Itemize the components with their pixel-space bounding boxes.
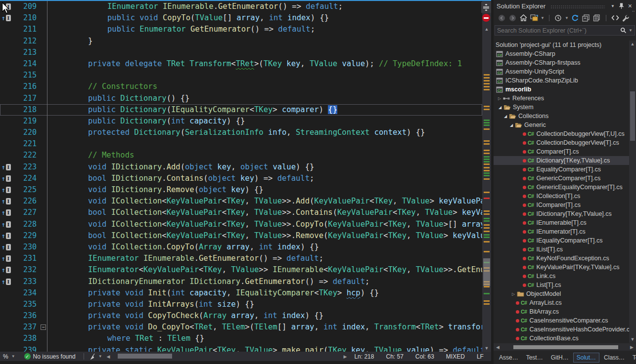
code-text[interactable]: bool IDictionary.Contains(object key) =>… — [49, 173, 482, 184]
pending-changes-filter-icon[interactable] — [553, 13, 563, 23]
code-editor[interactable]: ↑I209IEnumerator IEnumerable.GetEnumerat… — [0, 0, 491, 352]
code-line[interactable]: ↑I227bool ICollection<KeyValuePair<TKey,… — [0, 207, 482, 218]
code-line[interactable]: 212} — [0, 36, 482, 47]
scroll-right-icon[interactable]: ▶ — [342, 354, 349, 359]
line-number[interactable]: 239 — [14, 345, 37, 352]
tree-vertical-scrollbar[interactable]: ▲ ▼ — [629, 40, 636, 343]
code-line[interactable]: 235private void InitArrays(int size) {} — [0, 299, 482, 310]
scroll-left-icon[interactable]: ◀ — [495, 345, 501, 350]
tree-item-genericequalitycomparer-t-cs[interactable]: C#GenericEqualityComparer[T].cs — [494, 183, 629, 192]
code-text[interactable]: private void Init(int capacity, IEqualit… — [49, 287, 482, 299]
code-text[interactable] — [49, 138, 482, 150]
tree-item-assembly-csharp[interactable]: C#Assembly-CSharp — [494, 49, 629, 58]
code-line[interactable]: ↑I228void ICollection<KeyValuePair<TKey,… — [0, 219, 482, 230]
code-text[interactable]: } — [49, 36, 482, 47]
line-number[interactable]: 213 — [14, 47, 37, 58]
code-line[interactable]: 215 — [0, 70, 482, 81]
code-text[interactable]: public Dictionary() {} — [49, 93, 482, 104]
line-number[interactable]: 231 — [14, 253, 37, 264]
tree-item-system[interactable]: ◢System — [494, 103, 629, 112]
tree-item-assembly-csharp-firstpass[interactable]: C#Assembly-CSharp-firstpass — [494, 58, 629, 67]
code-text[interactable] — [49, 70, 482, 81]
tree-item-references[interactable]: ▷References — [494, 94, 629, 103]
code-text[interactable]: private static KeyValuePair<TKey, TValue… — [49, 345, 482, 352]
tree-horizontal-scrollbar[interactable]: ◀ ▶ — [494, 343, 636, 351]
line-number[interactable]: 214 — [14, 58, 37, 70]
implements-glyph-icon[interactable]: ↑I — [0, 184, 14, 196]
tree-item-keynotfoundexception-cs[interactable]: C#KeyNotFoundException.cs — [494, 254, 629, 263]
fold-collapse-icon[interactable]: − — [37, 322, 49, 333]
code-line[interactable]: 238where TRet : TElem {} — [0, 333, 482, 344]
home-icon[interactable] — [518, 13, 528, 23]
code-text[interactable]: public Enumerator GetEnumerator() => def… — [49, 24, 482, 35]
caret-down-icon[interactable]: ▼ — [540, 16, 545, 20]
line-number[interactable]: 219 — [14, 116, 37, 127]
code-text[interactable]: void IDictionary.Remove(object key) {} — [49, 184, 482, 196]
tool-window-tab-tea[interactable]: Tea… — [629, 353, 636, 363]
status-character[interactable]: Ch: 57 — [380, 353, 409, 360]
refresh-icon[interactable] — [570, 13, 580, 23]
search-input[interactable] — [497, 27, 620, 34]
back-icon[interactable] — [497, 13, 506, 23]
caret-down-icon[interactable]: ▼ — [564, 16, 569, 20]
tree-item-ienumerable-t-cs[interactable]: C#IEnumerable[T].cs — [494, 218, 629, 227]
code-text[interactable]: private delegate TRet Transform<TRet>(TK… — [49, 58, 482, 70]
search-box[interactable]: ▼ — [495, 25, 635, 36]
line-number[interactable]: 226 — [14, 196, 37, 207]
close-icon[interactable]: × — [626, 2, 634, 10]
code-text[interactable]: private void CopyToCheck(Array array, in… — [49, 310, 482, 322]
editor-vertical-scrollbar[interactable]: ▲ ▼ — [482, 1, 491, 352]
scroll-down-icon[interactable]: ▼ — [482, 346, 491, 351]
implements-glyph-icon[interactable]: ↑I — [0, 276, 14, 287]
implements-glyph-icon[interactable]: ↑I — [0, 162, 14, 173]
tree-item-list-t-cs[interactable]: C#List[T].cs — [494, 281, 629, 289]
tree-item-objectmodel[interactable]: ▷ObjectModel — [494, 289, 629, 298]
zoom-control[interactable]: % ▼ — [0, 353, 19, 360]
tree-item-arraylist-cs[interactable]: C#ArrayList.cs — [494, 298, 629, 307]
scroll-up-icon[interactable]: ▲ — [482, 27, 491, 32]
code-text[interactable]: // Methods — [49, 150, 482, 161]
line-number[interactable]: 223 — [14, 162, 37, 173]
implements-glyph-icon[interactable]: ↑I — [0, 196, 14, 207]
line-number[interactable]: 237 — [14, 322, 37, 333]
vertical-scrollbar-thumb[interactable] — [483, 258, 490, 286]
tree-item-caseinsensitivecomparer-cs[interactable]: C#CaseInsensitiveComparer.cs — [494, 316, 629, 325]
code-line[interactable]: 214private delegate TRet Transform<TRet>… — [0, 58, 482, 70]
line-number[interactable]: 218 — [14, 104, 37, 116]
toolbar-overflow-icon[interactable]: ’’ — [632, 10, 635, 15]
code-line[interactable]: 220protected Dictionary(SerializationInf… — [0, 127, 482, 138]
expanded-arrow-icon[interactable]: ◢ — [497, 105, 503, 110]
code-line[interactable]: 218public Dictionary(IEqualityComparer<T… — [0, 104, 482, 116]
line-number[interactable]: 216 — [14, 81, 37, 92]
tree-item-bitarray-cs[interactable]: C#BitArray.cs — [494, 307, 629, 316]
code-text[interactable]: void ICollection.CopyTo(Array array, int… — [49, 242, 482, 253]
tree-item-collectiondebuggerview-t-cs[interactable]: C#CollectionDebuggerView[T].cs — [494, 138, 629, 147]
tool-window-tab-asse[interactable]: Asse… — [496, 353, 522, 363]
code-cleanup-button[interactable]: ▼ — [87, 353, 105, 360]
code-text[interactable]: void ICollection<KeyValuePair<TKey, TVal… — [49, 219, 482, 230]
line-number[interactable]: 229 — [14, 230, 37, 242]
switch-views-icon[interactable] — [529, 13, 539, 23]
code-text[interactable]: bool ICollection<KeyValuePair<TKey, TVal… — [49, 207, 482, 218]
collapsed-arrow-icon[interactable]: ▷ — [497, 96, 502, 101]
code-line[interactable]: 236private void CopyToCheck(Array array,… — [0, 310, 482, 322]
issues-indicator[interactable]: ✓ No issues found — [19, 353, 81, 360]
implements-glyph-icon[interactable]: ↑I — [0, 242, 14, 253]
tree-item-assembly-unityscript[interactable]: C#Assembly-UnityScript — [494, 67, 629, 76]
tree-item-comparer-t-cs[interactable]: C#Comparer[T].cs — [494, 147, 629, 156]
code-text[interactable]: IDictionaryEnumerator IDictionary.GetEnu… — [49, 276, 482, 287]
tree-item-dictionary-tkey-tvalue-cs[interactable]: C#Dictionary[TKey,TValue].cs — [494, 156, 629, 165]
tree-item-equalitycomparer-t-cs[interactable]: C#EqualityComparer[T].cs — [494, 165, 629, 174]
tree-item-collectiondebuggerview-t-u-cs[interactable]: C#CollectionDebuggerView[T,U].cs — [494, 129, 629, 138]
line-number[interactable]: 211 — [14, 24, 37, 35]
tree-item-collectionbase-cs[interactable]: C#CollectionBase.cs — [494, 334, 629, 343]
implements-glyph-icon[interactable]: ↑I — [0, 253, 14, 264]
line-number[interactable]: 230 — [14, 242, 37, 253]
properties-wrench-icon[interactable] — [621, 13, 631, 23]
code-text[interactable]: private void InitArrays(int size) {} — [49, 299, 482, 310]
code-line[interactable]: 237−private void Do_CopyTo<TRet, TElem>(… — [0, 322, 482, 333]
tree-item-link-cs[interactable]: C#Link.cs — [494, 272, 629, 281]
code-text[interactable]: void ICollection<KeyValuePair<TKey, TVal… — [49, 196, 482, 207]
tree-item-mscorlib[interactable]: C#mscorlib — [494, 85, 629, 94]
code-line[interactable]: ↑I224bool IDictionary.Contains(object ke… — [0, 173, 482, 184]
